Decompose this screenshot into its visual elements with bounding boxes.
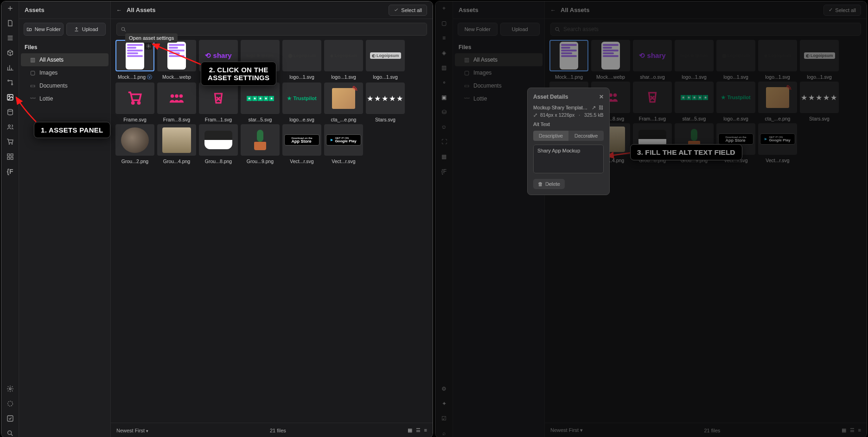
asset-tile[interactable]: ★★★★★Stars.svg bbox=[365, 82, 405, 122]
tree-item-icon: 〰 bbox=[464, 95, 470, 102]
tree-item-label: Images bbox=[473, 70, 491, 76]
tree-item[interactable]: ▭Documents bbox=[21, 79, 108, 92]
tree-item[interactable]: 〰Lottie bbox=[21, 92, 108, 105]
search-input[interactable]: Open asset settings bbox=[116, 23, 427, 36]
variables-icon[interactable]: ⚬ bbox=[440, 78, 448, 87]
apps-icon[interactable] bbox=[6, 152, 14, 161]
asset-tile[interactable]: Download on theApp StoreVect...r.svg bbox=[282, 124, 322, 164]
asset-tile[interactable]: ✎cta_...e.png bbox=[324, 82, 364, 122]
asset-tile[interactable]: Grou...4.png bbox=[157, 124, 197, 164]
search-input[interactable]: Search assets bbox=[550, 23, 861, 36]
asset-tile[interactable]: ★★★★★star...5.svg bbox=[674, 82, 714, 121]
box-icon[interactable] bbox=[6, 49, 14, 57]
upload-button[interactable]: Upload bbox=[500, 23, 540, 36]
new-folder-button[interactable]: New Folder bbox=[24, 23, 64, 36]
asset-tile[interactable]: Fram...1.svg bbox=[632, 82, 672, 121]
list-icon[interactable]: ≡ bbox=[440, 34, 448, 42]
tab-decorative[interactable]: Decorative bbox=[568, 131, 604, 141]
tree-item[interactable]: ▥All Assets bbox=[455, 53, 542, 66]
database-icon[interactable]: ⛁ bbox=[440, 108, 448, 116]
assets-panel: Assets New Folder Upload Files ▥All Asse… bbox=[19, 1, 111, 437]
sparkle-icon[interactable] bbox=[6, 399, 14, 408]
asset-tile[interactable]: ✎cta_...e.png bbox=[758, 82, 798, 121]
variables-icon[interactable] bbox=[6, 78, 14, 87]
alt-text-input[interactable] bbox=[533, 145, 604, 173]
asset-filename: star...5.svg bbox=[249, 117, 272, 122]
tree-item-label: Documents bbox=[473, 82, 502, 89]
list-view-icon[interactable]: ☰ bbox=[416, 427, 421, 433]
apps-icon[interactable]: ▦ bbox=[440, 152, 448, 161]
back-icon[interactable]: ← bbox=[550, 7, 556, 13]
asset-tile[interactable]: ▶ GET IT ONGoogle PlayVect...r.svg bbox=[324, 124, 364, 164]
asset-tile[interactable]: ★★★★★star...5.svg bbox=[240, 82, 280, 122]
sort-dropdown[interactable]: Newest First ▾ bbox=[550, 427, 583, 433]
code-icon[interactable]: {F bbox=[6, 167, 14, 176]
asset-tile[interactable]: logo ⊕ ipsumlogo...1.svg bbox=[674, 40, 714, 80]
gear-icon[interactable]: ⚙ bbox=[440, 385, 448, 393]
asset-tile[interactable]: Mock....webp bbox=[591, 40, 631, 80]
add-icon[interactable] bbox=[6, 4, 14, 13]
select-all-button[interactable]: Select all bbox=[389, 5, 427, 16]
search-icon[interactable] bbox=[6, 429, 14, 437]
cart-icon[interactable]: ⛶ bbox=[440, 138, 448, 146]
asset-tile[interactable]: Fram...8.svg bbox=[157, 82, 197, 122]
code-icon[interactable]: {F bbox=[440, 167, 448, 176]
tree-item[interactable]: ▢Images bbox=[455, 66, 542, 79]
assets-icon[interactable] bbox=[6, 93, 14, 101]
users-icon[interactable]: ☺ bbox=[440, 123, 448, 131]
asset-tile[interactable]: ◐ Logoipsumlogo...1.svg bbox=[365, 40, 405, 81]
tree-item[interactable]: ▥All Assets bbox=[21, 53, 108, 66]
chart-icon[interactable] bbox=[6, 63, 14, 72]
tab-descriptive[interactable]: Descriptive bbox=[533, 131, 568, 141]
asset-tile[interactable]: ★★★★★Stars.svg bbox=[799, 82, 839, 121]
asset-tile[interactable]: Mock...1.png ⓥ bbox=[115, 40, 155, 81]
add-icon[interactable]: + bbox=[440, 4, 448, 13]
page-icon[interactable] bbox=[6, 19, 14, 27]
open-icon[interactable]: ↗ bbox=[592, 105, 596, 110]
database-icon[interactable] bbox=[6, 108, 14, 116]
asset-tile[interactable]: Grou...8.png bbox=[198, 124, 238, 164]
asset-tile[interactable]: Mock...1.png bbox=[549, 40, 589, 80]
asset-tile[interactable]: ◐ Logoipsumlogo...1.svg bbox=[799, 40, 839, 80]
grid-view-icon[interactable]: ▦ bbox=[408, 427, 412, 433]
assets-icon[interactable]: ▣ bbox=[440, 93, 448, 101]
box-icon[interactable]: ◈ bbox=[440, 49, 448, 57]
asset-tile[interactable]: ⬤ Logoipsumlogo...1.svg bbox=[282, 40, 322, 81]
sparkle-icon[interactable]: ✦ bbox=[440, 399, 448, 408]
asset-tile[interactable]: Fram...1.svg bbox=[198, 82, 238, 122]
tree-item[interactable]: ▢Images bbox=[21, 66, 108, 79]
asset-tile[interactable]: ⟲ sharyshar...o.svg bbox=[632, 40, 672, 80]
asset-filename: logo...1.svg bbox=[331, 74, 356, 80]
check-icon[interactable]: ☑ bbox=[440, 414, 448, 423]
check-icon[interactable] bbox=[6, 414, 14, 423]
link-icon[interactable]: ⛓ bbox=[599, 105, 604, 110]
delete-button[interactable]: 🗑 Delete bbox=[533, 179, 565, 189]
asset-tile[interactable]: Frame.svg bbox=[115, 82, 155, 122]
sort-dropdown[interactable]: Newest First ▾ bbox=[116, 428, 148, 433]
asset-tile[interactable]: Mock....webp bbox=[157, 40, 197, 81]
asset-tile[interactable]: ★ Trustpilotlogo...e.svg bbox=[282, 82, 322, 122]
users-icon[interactable] bbox=[6, 123, 14, 131]
tree-item-icon: ▭ bbox=[464, 82, 470, 89]
asset-tile[interactable]: ◆ Logoipsumlogo...1.svg bbox=[324, 40, 364, 81]
select-all-button[interactable]: ✓ Select all bbox=[823, 5, 861, 16]
compact-view-icon[interactable]: ≡ bbox=[424, 427, 427, 433]
gear-icon[interactable] bbox=[6, 385, 14, 393]
asset-tile[interactable]: ★ Trustpilotlogo...e.svg bbox=[716, 82, 756, 121]
chart-icon[interactable]: ▥ bbox=[440, 63, 448, 72]
search-icon[interactable]: ⌕ bbox=[440, 429, 448, 437]
list-icon[interactable] bbox=[6, 34, 14, 42]
asset-tile[interactable]: Grou...2.png bbox=[115, 124, 155, 164]
svg-rect-8 bbox=[7, 157, 10, 159]
back-icon[interactable]: ← bbox=[116, 7, 122, 13]
close-icon[interactable]: ✕ bbox=[599, 94, 604, 100]
asset-settings-icon[interactable] bbox=[145, 42, 152, 50]
upload-button[interactable]: Upload bbox=[66, 23, 106, 36]
asset-tile[interactable]: ▶ GET IT ONGoogle PlayVect...r.svg bbox=[758, 123, 798, 163]
new-folder-button[interactable]: New Folder bbox=[458, 23, 498, 36]
asset-tile[interactable]: Grou...9.png bbox=[240, 124, 280, 164]
cart-icon[interactable] bbox=[6, 138, 14, 146]
page-icon[interactable]: ▢ bbox=[440, 19, 448, 27]
asset-tile[interactable]: ⬤ Logoipsumlogo...1.svg bbox=[716, 40, 756, 80]
asset-tile[interactable]: ◆ Logoipsumlogo...1.svg bbox=[758, 40, 798, 80]
